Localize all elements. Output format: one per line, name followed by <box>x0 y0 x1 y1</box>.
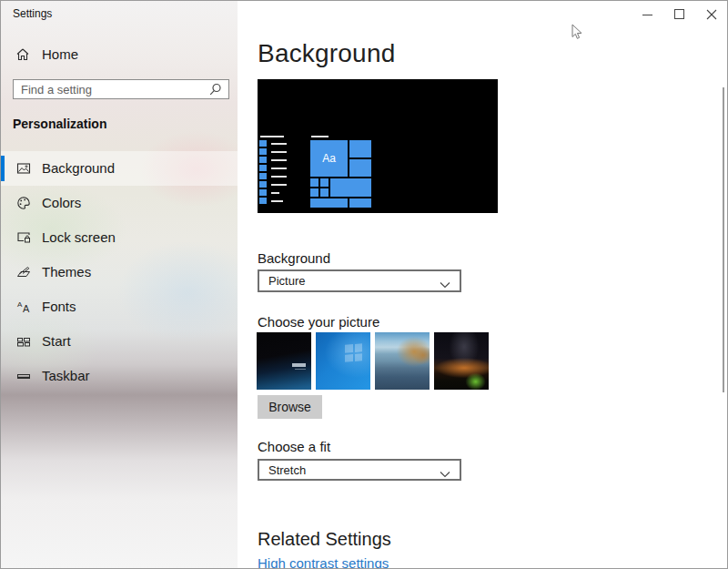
picture-icon <box>16 161 31 176</box>
windows-logo <box>345 343 362 361</box>
page-title: Background <box>258 39 395 68</box>
sidebar-nav: Background Colors Lock screen <box>1 151 238 393</box>
sidebar-item-label: Background <box>42 160 115 176</box>
fit-dropdown[interactable]: Stretch <box>258 459 461 481</box>
preview-applist-header-line <box>260 136 284 137</box>
sidebar-item-label: Taskbar <box>42 368 90 383</box>
choose-fit-label: Choose a fit <box>258 439 330 454</box>
high-contrast-settings-link[interactable]: High contrast settings <box>258 555 389 569</box>
preview-tile-aa: Aa <box>310 140 348 177</box>
svg-text:A: A <box>23 303 30 314</box>
sidebar: Settings Home Personalization Background <box>1 1 238 568</box>
background-type-value: Picture <box>268 274 305 288</box>
sidebar-item-fonts[interactable]: AA Fonts <box>1 290 238 324</box>
home-icon <box>15 47 30 62</box>
sidebar-section-header: Personalization <box>13 117 106 131</box>
window-controls <box>632 1 727 28</box>
chevron-down-icon <box>440 278 450 291</box>
desktop-preview: Aa <box>258 79 498 213</box>
maximize-icon <box>674 9 684 19</box>
background-type-dropdown[interactable]: Picture <box>258 269 461 292</box>
sidebar-item-background[interactable]: Background <box>1 151 238 186</box>
sidebar-item-label: Start <box>42 333 71 349</box>
preview-tiles-header-line <box>311 136 329 137</box>
browse-button[interactable]: Browse <box>258 395 322 419</box>
window-title: Settings <box>13 7 52 20</box>
picture-thumbnails <box>257 332 489 390</box>
selected-accent-bar <box>1 156 5 181</box>
themes-icon <box>16 265 31 279</box>
palette-icon <box>16 196 31 210</box>
sidebar-item-home-label: Home <box>42 46 78 62</box>
thumbnail-beach-rocks-wallpaper[interactable] <box>375 332 430 390</box>
sidebar-item-home[interactable]: Home <box>1 43 238 68</box>
start-icon <box>16 334 31 349</box>
scrollbar-thumb[interactable] <box>723 87 724 392</box>
sidebar-item-themes[interactable]: Themes <box>1 255 238 290</box>
sidebar-item-label: Lock screen <box>42 229 116 245</box>
settings-window: Settings Home Personalization Background <box>0 0 728 569</box>
lock-screen-icon <box>16 230 31 245</box>
sidebar-item-label: Themes <box>42 264 91 279</box>
search-input[interactable] <box>21 81 203 97</box>
sidebar-item-label: Fonts <box>42 299 76 314</box>
search-icon[interactable] <box>208 83 222 100</box>
minimize-button[interactable] <box>632 1 663 28</box>
chevron-down-icon <box>440 467 450 481</box>
choose-picture-label: Choose your picture <box>258 314 379 330</box>
maximize-button[interactable] <box>663 1 695 28</box>
search-box <box>13 79 229 99</box>
fonts-icon: AA <box>16 300 31 314</box>
fit-value: Stretch <box>268 463 306 477</box>
taskbar-icon <box>16 369 31 383</box>
sidebar-item-colors[interactable]: Colors <box>1 186 238 220</box>
thumbnail-night-camping-wallpaper[interactable] <box>434 332 489 390</box>
thumbnail-dark-abstract-wallpaper[interactable] <box>257 332 311 390</box>
sidebar-item-taskbar[interactable]: Taskbar <box>1 359 238 393</box>
close-icon <box>706 9 717 20</box>
main-content: Background Aa <box>238 1 727 568</box>
related-settings-heading: Related Settings <box>258 529 391 550</box>
sidebar-item-label: Colors <box>42 195 81 210</box>
thumbnail-windows-default-wallpaper[interactable] <box>316 332 370 390</box>
minimize-icon <box>642 15 652 15</box>
sidebar-item-start[interactable]: Start <box>1 324 238 359</box>
background-dropdown-label: Background <box>258 250 330 266</box>
close-button[interactable] <box>695 1 727 28</box>
sidebar-item-lock-screen[interactable]: Lock screen <box>1 220 238 255</box>
